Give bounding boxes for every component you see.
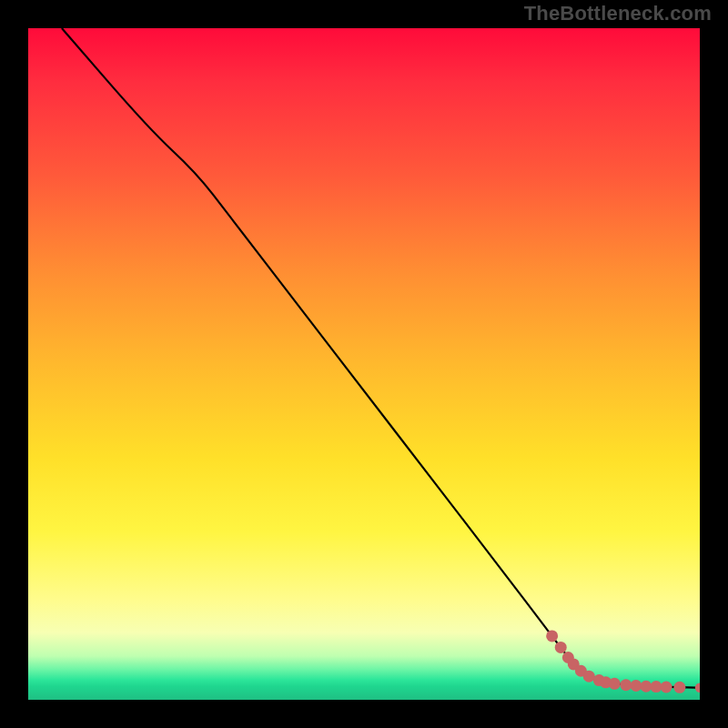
- plot-area: [28, 28, 700, 700]
- plot-svg: [28, 28, 700, 700]
- chart-frame: TheBottleneck.com: [0, 0, 728, 728]
- scatter-point: [695, 683, 700, 693]
- scatter-point: [630, 680, 642, 692]
- scatter-point: [651, 681, 662, 693]
- scatter-point: [609, 678, 621, 690]
- watermark-text: TheBottleneck.com: [524, 2, 712, 25]
- scatter-point: [555, 642, 567, 653]
- scatter-points: [546, 630, 700, 693]
- scatter-point: [661, 681, 672, 693]
- scatter-point: [583, 671, 595, 682]
- bottleneck-curve: [62, 28, 700, 688]
- scatter-point: [620, 679, 632, 691]
- scatter-point: [546, 630, 558, 642]
- scatter-point: [673, 682, 685, 693]
- scatter-point: [640, 681, 652, 693]
